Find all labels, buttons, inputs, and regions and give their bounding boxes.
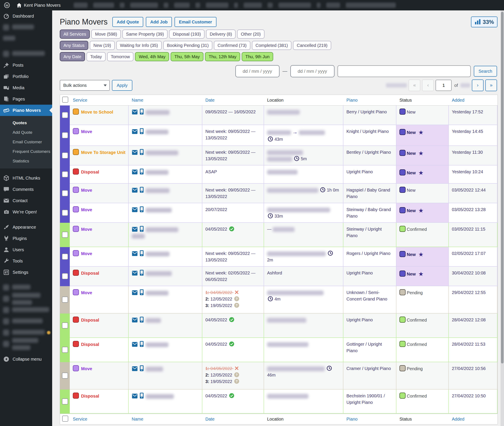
service-link[interactable]: Move: [81, 366, 92, 371]
mail-icon[interactable]: [132, 109, 138, 115]
column-header-date[interactable]: Date: [202, 98, 264, 103]
sidebar-item-collapse-menu[interactable]: Collapse menu: [0, 354, 52, 365]
row-checkbox[interactable]: [62, 322, 68, 328]
sidebar-item-dashboard[interactable]: Dashboard: [0, 10, 52, 22]
service-link[interactable]: Disposal: [81, 342, 99, 347]
row-checkbox[interactable]: [62, 171, 68, 178]
status-filter-chip[interactable]: New (19): [90, 41, 115, 50]
sidebar-item-html-chunks[interactable]: HTML Chunks: [0, 172, 52, 184]
select-all-checkbox[interactable]: [62, 97, 68, 103]
column-header-added[interactable]: Added: [449, 98, 497, 103]
row-checkbox[interactable]: [62, 347, 68, 353]
sidebar-item-media[interactable]: Media: [0, 82, 52, 93]
service-link[interactable]: Disposal: [81, 271, 99, 276]
site-name[interactable]: Kent Piano Movers: [24, 3, 61, 8]
service-link[interactable]: Disposal: [81, 394, 99, 398]
sidebar-item-portfolio[interactable]: Portfolio: [0, 71, 52, 82]
date-filter-chip[interactable]: Today: [87, 52, 105, 61]
status-filter-selected-chip[interactable]: Any Status: [60, 41, 88, 50]
submenu-item-statistics[interactable]: Statistics: [0, 156, 52, 166]
phone-icon[interactable]: [139, 270, 144, 276]
first-page-button[interactable]: «: [409, 79, 420, 91]
row-checkbox[interactable]: [62, 254, 68, 260]
phone-icon[interactable]: [139, 128, 144, 134]
date-filter-chip[interactable]: Thu, 9th Jun: [242, 52, 273, 61]
sidebar-item-posts[interactable]: Posts: [0, 59, 52, 71]
add-quote-button[interactable]: Add Quote: [112, 17, 143, 27]
phone-icon[interactable]: [139, 393, 144, 399]
row-checkbox[interactable]: [62, 112, 68, 118]
date-filter-chip[interactable]: Thu, 12th May: [205, 52, 240, 61]
mail-icon[interactable]: [132, 169, 138, 175]
service-link[interactable]: Move To Storage Unit: [81, 150, 125, 155]
status-filter-chip[interactable]: Waiting for Info (35): [116, 41, 162, 50]
date-filter-selected-chip[interactable]: Any Date: [60, 52, 85, 61]
email-customer-button[interactable]: Email Customer: [175, 17, 216, 27]
sidebar-item-appearance[interactable]: Appearance: [0, 221, 52, 233]
scrollbar[interactable]: [501, 10, 504, 426]
service-filter-chip[interactable]: Delivery (8): [206, 29, 236, 39]
service-filter-chip[interactable]: Disposal (193): [169, 29, 205, 39]
mail-icon[interactable]: [132, 150, 138, 155]
mail-icon[interactable]: [132, 188, 138, 193]
mail-icon[interactable]: [132, 342, 138, 347]
sidebar-item-piano-movers[interactable]: Piano Movers: [0, 105, 52, 116]
bulk-actions-select[interactable]: Bulk actions: [60, 80, 110, 91]
mail-icon[interactable]: [132, 393, 138, 399]
status-filter-chip[interactable]: Confirmed (73): [214, 41, 250, 50]
apply-button[interactable]: Apply: [112, 80, 132, 91]
column-header-added[interactable]: Added: [449, 417, 497, 422]
row-checkbox[interactable]: [62, 297, 68, 303]
column-header-service[interactable]: Service: [70, 98, 129, 103]
phone-icon[interactable]: [139, 250, 144, 256]
mail-icon[interactable]: [132, 227, 138, 232]
service-link[interactable]: Move: [81, 188, 92, 192]
next-page-button[interactable]: ›: [472, 79, 483, 91]
current-page-input[interactable]: [436, 80, 452, 91]
mail-icon[interactable]: [132, 251, 138, 256]
sidebar-item-plugins[interactable]: Plugins: [0, 233, 52, 244]
status-filter-chip[interactable]: Cancelled (219): [293, 41, 331, 50]
status-filter-chip[interactable]: Completed (381): [252, 41, 292, 50]
column-header-date[interactable]: Date: [202, 417, 264, 422]
service-link[interactable]: Disposal: [81, 170, 99, 174]
home-icon[interactable]: [16, 2, 22, 8]
sidebar-item-pages[interactable]: Pages: [0, 93, 52, 105]
phone-icon[interactable]: [139, 365, 144, 371]
service-link[interactable]: Move to School: [81, 110, 113, 114]
service-link[interactable]: Move: [81, 290, 92, 295]
sidebar-item-we-re-open[interactable]: We’re Open!: [0, 206, 52, 218]
phone-icon[interactable]: [139, 226, 144, 232]
submenu-item-add-quote[interactable]: Add Quote: [0, 128, 52, 137]
status-filter-chip[interactable]: Booking Pending (31): [163, 41, 212, 50]
column-header-piano[interactable]: Piano: [343, 98, 396, 103]
scrollbar-thumb[interactable]: [501, 12, 504, 363]
column-header-service[interactable]: Service: [70, 417, 129, 422]
wordpress-logo-icon[interactable]: W: [4, 2, 10, 8]
service-link[interactable]: Move: [81, 251, 92, 256]
row-checkbox[interactable]: [62, 398, 68, 405]
phone-icon[interactable]: [139, 187, 144, 193]
service-link[interactable]: Move: [81, 129, 92, 134]
add-job-button[interactable]: Add Job: [146, 17, 172, 27]
service-filter-selected-chip[interactable]: All Services: [60, 29, 90, 39]
row-checkbox[interactable]: [62, 210, 68, 216]
mail-icon[interactable]: [132, 366, 138, 371]
service-filter-chip[interactable]: Other (20): [237, 29, 264, 39]
phone-icon[interactable]: [139, 149, 144, 155]
row-checkbox[interactable]: [62, 373, 68, 379]
sidebar-item-settings[interactable]: Settings: [0, 267, 52, 278]
column-header-piano[interactable]: Piano: [343, 417, 396, 422]
service-link[interactable]: Disposal: [81, 318, 99, 322]
phone-icon[interactable]: [139, 317, 144, 323]
mail-icon[interactable]: [132, 317, 138, 323]
search-button[interactable]: Search: [474, 66, 497, 77]
mail-icon[interactable]: [132, 290, 138, 295]
search-input[interactable]: [337, 65, 471, 77]
sidebar-item-users[interactable]: Users: [0, 244, 52, 255]
phone-icon[interactable]: [139, 109, 144, 115]
mail-icon[interactable]: [132, 270, 138, 276]
submenu-item-frequent-customers[interactable]: Frequent Customers: [0, 147, 52, 156]
last-page-button[interactable]: »: [485, 79, 497, 91]
service-filter-chip[interactable]: Same Property (39): [122, 29, 168, 39]
